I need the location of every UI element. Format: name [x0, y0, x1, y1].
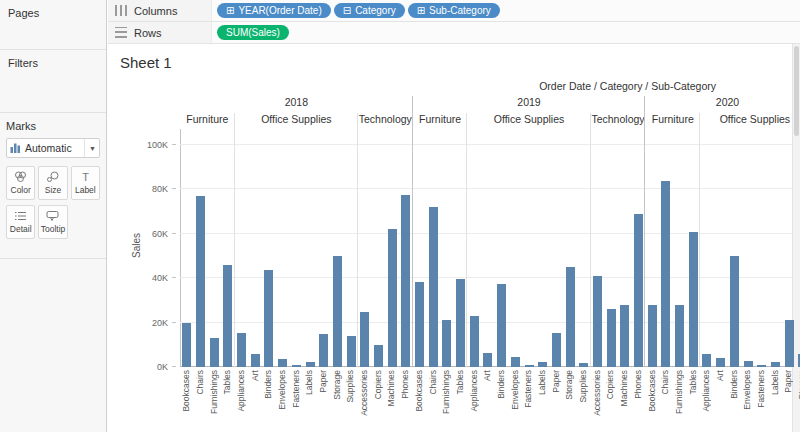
subcategory-label[interactable]: Appliances	[467, 367, 481, 431]
subcategory-label[interactable]: Binders	[728, 367, 742, 431]
pill-sub-category[interactable]: ⊞ Sub-Category	[408, 3, 500, 18]
bar[interactable]	[634, 214, 643, 367]
bar[interactable]	[415, 282, 424, 368]
subcategory-label[interactable]: Chairs	[426, 367, 440, 431]
subcategory-label[interactable]: Storage	[563, 367, 577, 431]
bar[interactable]	[210, 338, 219, 368]
subcategory-label[interactable]: Paper	[550, 367, 564, 431]
filters-shelf[interactable]: Filters	[0, 50, 106, 113]
bar[interactable]	[333, 256, 342, 367]
category-header[interactable]: Furniture	[413, 113, 468, 129]
category-header[interactable]: Furniture	[180, 113, 235, 129]
bar[interactable]	[442, 320, 451, 367]
subcategory-label[interactable]: Phones	[399, 367, 413, 431]
bar[interactable]	[620, 305, 629, 367]
subcategory-label[interactable]: Labels	[536, 367, 550, 431]
subcategory-label[interactable]: Tables	[686, 367, 700, 431]
subcategory-label[interactable]: Art	[481, 367, 495, 431]
subcategory-label[interactable]: Envelopes	[741, 367, 755, 431]
bar[interactable]	[648, 305, 657, 367]
pill-sum-sales[interactable]: SUM(Sales)	[217, 25, 289, 40]
subcategory-label[interactable]: Accessories	[358, 367, 372, 431]
detail-button[interactable]: Detail	[6, 205, 35, 239]
subcategory-label[interactable]: Supplies	[577, 367, 591, 431]
subcategory-label[interactable]: Storage	[796, 367, 800, 431]
bar[interactable]	[456, 279, 465, 367]
subcategory-label[interactable]: Furnishings	[207, 367, 221, 431]
category-header[interactable]: Office Supplies	[235, 113, 358, 129]
bar[interactable]	[607, 309, 616, 367]
column-header-title[interactable]: Order Date / Category / Sub-Category	[539, 80, 716, 92]
bar[interactable]	[237, 333, 246, 367]
color-button[interactable]: Color	[6, 166, 35, 200]
bar[interactable]	[374, 345, 383, 367]
bar[interactable]	[593, 276, 602, 367]
bar[interactable]	[483, 353, 492, 367]
bar[interactable]	[702, 354, 711, 367]
bar[interactable]	[689, 232, 698, 367]
year-header[interactable]: 2019	[413, 96, 646, 113]
subcategory-label[interactable]: Art	[714, 367, 728, 431]
subcategory-label[interactable]: Furnishings	[440, 367, 454, 431]
subcategory-label[interactable]: Appliances	[700, 367, 714, 431]
bar[interactable]	[552, 333, 561, 367]
expand-icon[interactable]: ⊞	[417, 6, 425, 16]
bar[interactable]	[196, 196, 205, 367]
bar[interactable]	[511, 357, 520, 367]
subcategory-label[interactable]: Paper	[317, 367, 331, 431]
bar[interactable]	[470, 316, 479, 368]
bar[interactable]	[347, 336, 356, 367]
bar[interactable]	[716, 358, 725, 367]
subcategory-label[interactable]: Fasteners	[522, 367, 536, 431]
category-header[interactable]: Technology	[358, 113, 413, 129]
category-header[interactable]: Technology	[591, 113, 646, 129]
expand-icon[interactable]: ⊞	[226, 6, 234, 16]
subcategory-label[interactable]: Machines	[618, 367, 632, 431]
bar[interactable]	[661, 181, 670, 368]
bar[interactable]	[675, 305, 684, 367]
year-header[interactable]: 2018	[180, 96, 413, 113]
bar[interactable]	[251, 354, 260, 368]
category-header[interactable]: Office Supplies	[467, 113, 590, 129]
subcategory-label[interactable]: Art	[248, 367, 262, 431]
bar[interactable]	[319, 334, 328, 367]
subcategory-label[interactable]: Bookcases	[413, 367, 427, 431]
subcategory-label[interactable]: Supplies	[344, 367, 358, 431]
rows-shelf[interactable]: Rows SUM(Sales)	[108, 22, 800, 44]
bar[interactable]	[401, 195, 410, 367]
y-axis[interactable]: 0K20K40K60K80K100K	[132, 129, 176, 367]
bar[interactable]	[388, 229, 397, 367]
subcategory-label[interactable]: Labels	[303, 367, 317, 431]
subcategory-label[interactable]: Envelopes	[276, 367, 290, 431]
columns-shelf[interactable]: Columns ⊞ YEAR(Order Date) ⊟ Category ⊞ …	[108, 0, 800, 22]
bar[interactable]	[497, 284, 506, 367]
size-button[interactable]: Size	[38, 166, 67, 200]
subcategory-label[interactable]: Labels	[769, 367, 783, 431]
subcategory-label[interactable]: Accessories	[591, 367, 605, 431]
year-header[interactable]: 2020	[645, 96, 800, 113]
subcategory-label[interactable]: Envelopes	[509, 367, 523, 431]
subcategory-label[interactable]: Binders	[495, 367, 509, 431]
subcategory-label[interactable]: Bookcases	[645, 367, 659, 431]
subcategory-label[interactable]: Fasteners	[290, 367, 304, 431]
subcategory-label[interactable]: Tables	[454, 367, 468, 431]
category-header[interactable]: Office Supplies	[700, 113, 800, 129]
bar[interactable]	[730, 256, 739, 367]
bar[interactable]	[360, 312, 369, 368]
subcategory-label[interactable]: Furnishings	[673, 367, 687, 431]
subcategory-label[interactable]: Phones	[632, 367, 646, 431]
chevron-down-icon[interactable]: ▼	[84, 139, 96, 157]
subcategory-label[interactable]: Paper	[782, 367, 796, 431]
subcategory-label[interactable]: Binders	[262, 367, 276, 431]
subcategory-label[interactable]: Chairs	[194, 367, 208, 431]
bar[interactable]	[264, 270, 273, 367]
sheet-title[interactable]: Sheet 1	[108, 44, 800, 71]
category-header[interactable]: Furniture	[645, 113, 700, 129]
bar[interactable]	[182, 323, 191, 367]
subcategory-label[interactable]: Machines	[385, 367, 399, 431]
bar[interactable]	[429, 207, 438, 367]
subcategory-label[interactable]: Fasteners	[755, 367, 769, 431]
mark-type-dropdown[interactable]: Automatic ▼	[6, 138, 100, 158]
subcategory-label[interactable]: Tables	[221, 367, 235, 431]
bar[interactable]	[223, 265, 232, 367]
